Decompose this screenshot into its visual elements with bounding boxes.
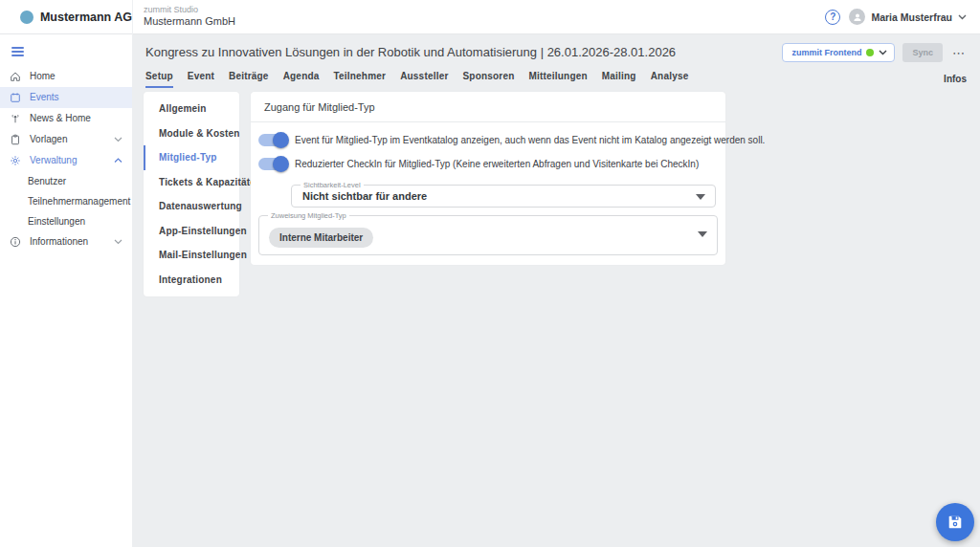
company-logo-icon (20, 11, 33, 24)
company-brand: Mustermann AG (0, 11, 132, 24)
studio-block: zummit Studio Mustermann GmbH (132, 0, 235, 34)
select-value: Nicht sichtbar für andere (302, 186, 427, 207)
chevron-down-icon (114, 137, 122, 142)
avatar (849, 9, 865, 25)
tab-setup[interactable]: Setup (145, 71, 173, 88)
sidebar-item-teilnehmermanagement[interactable]: Teilnehmermanagement (0, 191, 132, 211)
sidebar-item-label: Informationen (30, 236, 88, 247)
antenna-icon (10, 113, 21, 124)
calendar-icon (10, 92, 21, 103)
event-tab-bar: Setup Event Beiträge Agenda Teilnehmer A… (145, 71, 688, 88)
tab-agenda[interactable]: Agenda (283, 71, 320, 88)
mitglied-typ-chip[interactable]: Interne Mitarbeiter (269, 228, 373, 248)
main-sidebar: Home Events News & Home Vorlagen (0, 34, 132, 547)
status-online-icon (866, 49, 874, 56)
tab-sponsoren[interactable]: Sponsoren (462, 71, 514, 88)
checkin-toggle[interactable] (258, 158, 287, 170)
dropdown-caret-icon (696, 194, 705, 200)
sidebar-item-benutzer[interactable]: Benutzer (0, 171, 132, 191)
menu-toggle-icon[interactable] (0, 40, 132, 66)
frontend-select-button[interactable]: zummit Frontend (782, 43, 895, 62)
setup-item-datenauswertung[interactable]: Datenauswertung (144, 194, 239, 219)
sidebar-item-einstellungen[interactable]: Einstellungen (0, 211, 132, 231)
gear-icon (10, 155, 21, 166)
sidebar-item-verwaltung[interactable]: Verwaltung (0, 150, 132, 171)
studio-name: Mustermann GmbH (144, 15, 235, 29)
setup-item-tickets-kapazitaeten[interactable]: Tickets & Kapazitäten (144, 170, 239, 195)
tab-aussteller[interactable]: Aussteller (400, 71, 448, 88)
sidebar-item-home[interactable]: Home (0, 66, 132, 87)
mitglied-typ-panel: Zugang für Mitglied-Typ Event für Mitgli… (251, 92, 725, 265)
help-icon[interactable]: ? (825, 10, 840, 25)
more-options-icon[interactable]: ⋯ (950, 46, 968, 60)
sichtbarkeit-level-select[interactable]: Sichtbarkeit-Level Nicht sichtbar für an… (291, 185, 716, 208)
company-name: Mustermann AG (40, 11, 132, 24)
toggle-label: Event für Mitglied-Typ im Eventkatalog a… (295, 135, 765, 145)
tab-analyse[interactable]: Analyse (651, 71, 689, 88)
zuweisung-mitglied-typ-select[interactable]: Zuweisung Mitglied-Typ Interne Mitarbeit… (258, 215, 718, 255)
sidebar-item-label: News & Home (30, 113, 91, 123)
chevron-down-icon (879, 50, 887, 55)
select-label: Zuweisung Mitglied-Typ (268, 211, 349, 220)
dropdown-caret-icon (698, 231, 707, 237)
toggle-row-checkin: Reduzierter CheckIn für Mitglied-Typ (Ke… (258, 158, 699, 170)
sidebar-item-label: Vorlagen (30, 134, 67, 144)
setup-item-mail-einstellungen[interactable]: Mail-Einstellungen (144, 243, 239, 268)
sidebar-item-events[interactable]: Events (0, 87, 132, 108)
tab-event[interactable]: Event (188, 71, 214, 88)
sidebar-item-label: Verwaltung (30, 155, 77, 165)
panel-title: Zugang für Mitglied-Typ (251, 92, 725, 122)
setup-item-mitglied-typ[interactable]: Mitglied-Typ (144, 145, 239, 170)
event-title: Kongress zu Innovativen Lösungen in der … (145, 45, 676, 59)
eventkatalog-toggle[interactable] (258, 134, 287, 146)
save-floppy-icon (947, 514, 964, 531)
frontend-button-label: zummit Frontend (791, 48, 861, 57)
setup-item-integrationen[interactable]: Integrationen (144, 268, 239, 293)
chevron-up-icon (114, 158, 122, 164)
studio-label: zummit Studio (144, 5, 235, 15)
sidebar-item-vorlagen[interactable]: Vorlagen (0, 129, 132, 150)
toggle-row-eventkatalog: Event für Mitglied-Typ im Eventkatalog a… (258, 134, 765, 146)
tab-beitraege[interactable]: Beiträge (229, 71, 269, 88)
setup-item-app-einstellungen[interactable]: App-Einstellungen (144, 219, 239, 244)
person-icon (853, 12, 862, 22)
tab-mailing[interactable]: Mailing (602, 71, 636, 88)
setup-section-menu: Allgemein Module & Kosten Mitglied-Typ T… (144, 92, 239, 296)
user-menu[interactable]: Maria Musterfrau (849, 9, 967, 25)
user-name: Maria Musterfrau (871, 11, 952, 23)
sidebar-item-label: Events (30, 92, 59, 102)
sidebar-item-news-home[interactable]: News & Home (0, 108, 132, 129)
chevron-down-icon (958, 14, 967, 20)
home-icon (10, 71, 21, 82)
sidebar-item-label: Home (30, 71, 56, 81)
save-button[interactable] (936, 503, 974, 541)
tab-teilnehmer[interactable]: Teilnehmer (334, 71, 387, 88)
main-content-area: Kongress zu Innovativen Lösungen in der … (132, 34, 980, 547)
info-icon (10, 236, 21, 248)
tab-mitteilungen[interactable]: Mitteilungen (529, 71, 588, 88)
setup-item-module-kosten[interactable]: Module & Kosten (144, 121, 239, 146)
infos-link[interactable]: Infos (944, 74, 967, 84)
sync-button[interactable]: Sync (902, 43, 943, 62)
setup-item-allgemein[interactable]: Allgemein (144, 97, 239, 121)
sidebar-item-informationen[interactable]: Informationen (0, 231, 132, 252)
toggle-label: Reduzierter CheckIn für Mitglied-Typ (Ke… (295, 159, 699, 169)
top-header: Mustermann AG zummit Studio Mustermann G… (0, 0, 980, 34)
chevron-down-icon (114, 239, 122, 245)
clipboard-icon (10, 134, 21, 145)
